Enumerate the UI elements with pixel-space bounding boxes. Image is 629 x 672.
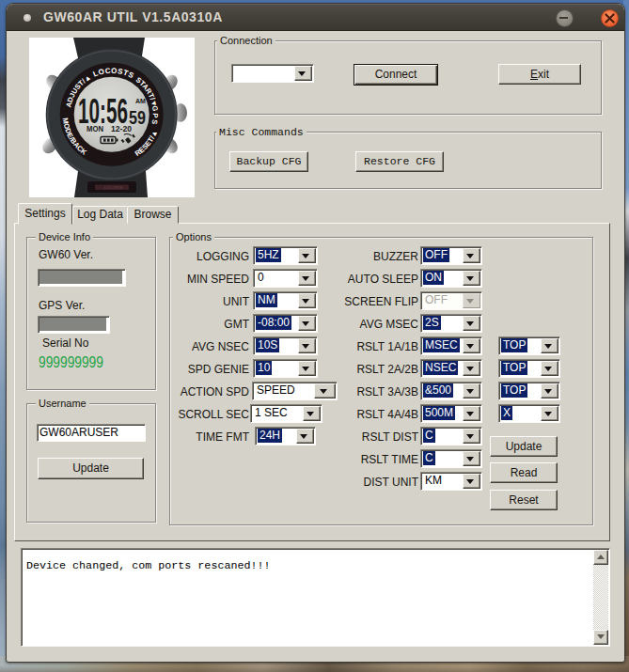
svg-text:MON: MON — [86, 123, 103, 133]
svg-text:AM: AM — [135, 98, 146, 104]
svg-text:GPS: GPS — [149, 105, 159, 127]
svg-text:LOCOSTS: LOCOSTS — [104, 185, 122, 190]
svg-text:12-20: 12-20 — [111, 123, 132, 133]
